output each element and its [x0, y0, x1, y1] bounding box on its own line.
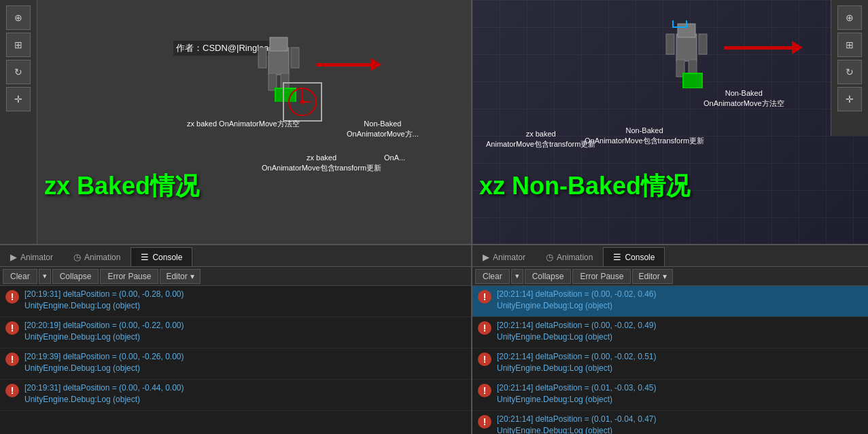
error-pause-button-right[interactable]: Error Pause — [572, 269, 631, 284]
scene-character-right — [663, 20, 717, 90]
annotation-zx-baked-transform-left: zx bakedOnAnimatorMove包含transform更新 — [262, 153, 381, 174]
tab-animator-right[interactable]: ▶ Animator — [472, 247, 536, 266]
editor-button-right[interactable]: Editor ▾ — [632, 269, 672, 284]
log-sub-left-4: UnityEngine.Debug:Log (object) — [24, 394, 466, 405]
clock-svg — [282, 82, 323, 122]
log-sub-right-2: UnityEngine.Debug:Log (object) — [497, 331, 863, 343]
warn-icon-right-4: ! — [478, 384, 491, 397]
error-pause-button-left[interactable]: Error Pause — [100, 269, 158, 284]
clear-dropdown-left[interactable]: ▾ — [39, 269, 51, 284]
tool-transform[interactable]: ✛ — [6, 87, 31, 111]
log-entry-left-1[interactable]: ! [20:19:31] deltaPosition = (0.00, -0.2… — [0, 286, 471, 317]
viewport-right: ⊕ ⊞ ↻ ✛ z — [472, 0, 868, 244]
tab-animation-right[interactable]: ◷ Animation — [536, 247, 603, 266]
tool-move-right[interactable]: ⊕ — [837, 5, 862, 30]
clear-button-left[interactable]: Clear — [3, 269, 37, 284]
animator-icon-right: ▶ — [483, 252, 489, 262]
annotation-non-baked-method-right: Non-BakedOnAnimatorMove方法空 — [704, 88, 784, 109]
log-sub-left-2: UnityEngine.Debug:Log (object) — [24, 331, 466, 343]
tool-rotate-right[interactable]: ↻ — [837, 60, 862, 84]
log-sub-left-1: UnityEngine.Debug:Log (object) — [24, 300, 466, 312]
svg-rect-16 — [666, 34, 674, 54]
tab-bar-left: ▶ Animator ◷ Animation ☰ Console — [0, 245, 471, 267]
svg-rect-4 — [258, 48, 266, 68]
log-text-right-3: [20:21:14] deltaPosition = (0.00, -0.02,… — [497, 351, 863, 374]
log-main-right-1: [20:21:14] deltaPosition = (0.00, -0.02,… — [497, 289, 863, 300]
console-log-right[interactable]: ! [20:21:14] deltaPosition = (0.00, -0.0… — [472, 286, 868, 434]
svg-rect-12 — [676, 34, 697, 61]
log-entry-right-5[interactable]: ! [20:21:14] deltaPosition = (0.01, -0.0… — [472, 411, 868, 434]
right-panel: ⊕ ⊞ ↻ ✛ z — [472, 0, 868, 434]
log-entry-right-2[interactable]: ! [20:21:14] deltaPosition = (0.00, -0.0… — [472, 317, 868, 348]
editor-chevron-icon-right: ▾ — [663, 272, 667, 281]
svg-rect-1 — [270, 37, 288, 51]
tool-scale[interactable]: ⊞ — [6, 33, 31, 57]
log-text-right-2: [20:21:14] deltaPosition = (0.00, -0.02,… — [497, 320, 863, 343]
editor-button-left[interactable]: Editor ▾ — [160, 269, 200, 284]
console-icon-left: ☰ — [141, 252, 149, 262]
tab-console-left[interactable]: ☰ Console — [131, 247, 192, 266]
warn-icon-left-2: ! — [5, 321, 19, 335]
log-text-left-1: [20:19:31] deltaPosition = (0.00, -0.28,… — [24, 289, 466, 312]
warn-icon-left-3: ! — [5, 352, 19, 366]
viewport-left: ⊕ ⊞ ↻ ✛ 作者：CSDN@|Ringleader| — [0, 0, 471, 244]
tab-bar-right: ▶ Animator ◷ Animation ☰ Console — [472, 245, 868, 267]
annotation-zx-baked-left: zx baked OnAnimatorMove方法空 — [187, 119, 300, 129]
right-label-overlay: xz Non-Baked情况 — [479, 170, 690, 203]
toolbar-left: ⊕ ⊞ ↻ ✛ — [0, 0, 37, 244]
clear-button-right[interactable]: Clear — [475, 269, 510, 284]
log-text-right-1: [20:21:14] deltaPosition = (0.00, -0.02,… — [497, 289, 863, 312]
tool-scale-right[interactable]: ⊞ — [837, 33, 862, 57]
arrow-right-indicator-right — [724, 41, 803, 54]
tool-move[interactable]: ⊕ — [6, 5, 31, 30]
console-area-right: ▶ Animator ◷ Animation ☰ Console Clear ▾… — [472, 244, 868, 434]
clock-object — [282, 82, 323, 124]
left-label-overlay: zx Baked情况 — [44, 170, 199, 203]
log-main-left-1: [20:19:31] deltaPosition = (0.00, -0.28,… — [24, 289, 466, 300]
log-entry-right-1[interactable]: ! [20:21:14] deltaPosition = (0.00, -0.0… — [472, 286, 868, 317]
svg-rect-17 — [699, 34, 707, 54]
warn-icon-left-4: ! — [5, 384, 19, 397]
collapse-button-right[interactable]: Collapse — [525, 269, 572, 284]
console-toolbar-left: Clear ▾ Collapse Error Pause Editor ▾ — [0, 267, 471, 286]
clear-dropdown-right[interactable]: ▾ — [511, 269, 523, 284]
viewport-content-left: 作者：CSDN@|Ringleader| — [37, 0, 471, 244]
log-text-left-3: [20:19:39] deltaPosition = (0.00, -0.26,… — [24, 351, 466, 374]
tab-animator-left[interactable]: ▶ Animator — [0, 247, 63, 266]
log-entry-right-4[interactable]: ! [20:21:14] deltaPosition = (0.01, -0.0… — [472, 380, 868, 411]
log-text-right-5: [20:21:14] deltaPosition = (0.01, -0.04,… — [497, 414, 863, 434]
log-main-right-4: [20:21:14] deltaPosition = (0.01, -0.03,… — [497, 382, 863, 394]
editor-chevron-icon-left: ▾ — [190, 272, 194, 281]
tab-animation-left[interactable]: ◷ Animation — [63, 247, 131, 266]
collapse-button-left[interactable]: Collapse — [52, 269, 99, 284]
log-sub-right-5: UnityEngine.Debug:Log (object) — [497, 425, 863, 434]
tool-transform-right[interactable]: ✛ — [837, 87, 862, 111]
warn-icon-right-1: ! — [478, 290, 491, 304]
tool-rotate[interactable]: ↻ — [6, 60, 31, 84]
log-sub-left-3: UnityEngine.Debug:Log (object) — [24, 363, 466, 374]
log-sub-right-4: UnityEngine.Debug:Log (object) — [497, 394, 863, 405]
log-main-right-2: [20:21:14] deltaPosition = (0.00, -0.02,… — [497, 320, 863, 331]
character-svg-right — [663, 20, 717, 88]
annotation-zx-baked-right: zx bakedAnimatorMove包含transform更新 — [486, 129, 595, 150]
svg-rect-5 — [291, 48, 299, 68]
tab-console-right[interactable]: ☰ Console — [603, 247, 665, 266]
animation-icon-left: ◷ — [73, 252, 81, 262]
log-entry-left-3[interactable]: ! [20:19:39] deltaPosition = (0.00, -0.2… — [0, 348, 471, 380]
svg-rect-0 — [268, 48, 289, 75]
log-main-right-3: [20:21:14] deltaPosition = (0.00, -0.02,… — [497, 351, 863, 363]
warn-icon-right-2: ! — [478, 321, 491, 335]
log-sub-right-1: UnityEngine.Debug:Log (object) — [497, 300, 863, 312]
log-main-left-4: [20:19:31] deltaPosition = (0.00, -0.44,… — [24, 382, 466, 394]
console-toolbar-right: Clear ▾ Collapse Error Pause Editor ▾ — [472, 267, 868, 286]
console-log-left[interactable]: ! [20:19:31] deltaPosition = (0.00, -0.2… — [0, 286, 471, 434]
warn-icon-right-3: ! — [478, 352, 491, 366]
log-entry-left-2[interactable]: ! [20:20:19] deltaPosition = (0.00, -0.2… — [0, 317, 471, 348]
log-entry-right-3[interactable]: ! [20:21:14] deltaPosition = (0.00, -0.0… — [472, 348, 868, 380]
log-main-left-3: [20:19:39] deltaPosition = (0.00, -0.26,… — [24, 351, 466, 363]
annotation-non-baked-left: Non-BakedOnAnimatorMove方... — [347, 119, 419, 140]
log-text-left-2: [20:20:19] deltaPosition = (0.00, -0.22,… — [24, 320, 466, 343]
svg-rect-18 — [683, 73, 702, 88]
animator-icon-left: ▶ — [10, 252, 17, 262]
log-entry-left-4[interactable]: ! [20:19:31] deltaPosition = (0.00, -0.4… — [0, 380, 471, 411]
